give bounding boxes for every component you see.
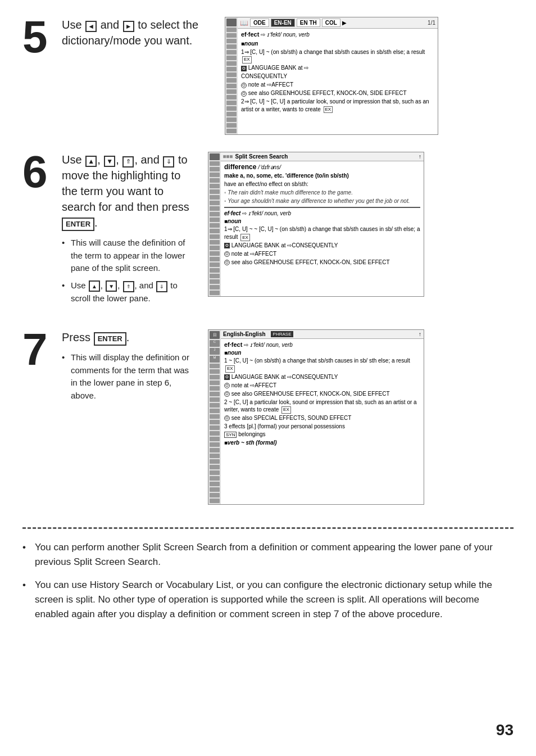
- split-pron: /ˈdɪfrəns/: [258, 164, 281, 170]
- screen3-def2: 2 ~ [C, U] a particular look, sound or i…: [224, 399, 420, 414]
- screen3-note: O note at ⇨AFFECT: [224, 382, 420, 390]
- lang-bank-icon: O: [241, 66, 247, 71]
- tab-col[interactable]: COL: [322, 19, 340, 27]
- play-icon[interactable]: ▶: [342, 20, 347, 26]
- split-word-line: difference /ˈdɪfrəns/: [224, 162, 420, 172]
- bottom-note-1: You can perform another Split Screen Sea…: [22, 540, 514, 570]
- step6-bullets: This will cause the definition of the te…: [62, 237, 197, 305]
- step6-text: Use ▲, ▼, ⇑, and ⇓ to move the highlight…: [62, 152, 197, 231]
- screen3-badge: PHRASE: [271, 331, 294, 337]
- split-ex2: ◦ Your age shouldn't make any difference…: [224, 197, 420, 205]
- screen1-noun-label: ■noun: [241, 40, 434, 48]
- split-see-also-icon: O: [224, 260, 230, 265]
- bottom-notes-list: You can perform another Split Screen Sea…: [22, 540, 514, 622]
- step7-right: 目 C J M: [208, 329, 424, 505]
- split-left-panel: [208, 152, 221, 296]
- screen3-note-icon: O: [224, 383, 230, 388]
- screen3-title: English-English: [223, 331, 266, 337]
- step6-section: 6 Use ▲, ▼, ⇑, and ⇓ to move the highlig…: [22, 152, 514, 313]
- screen3-frame: 目 C J M: [208, 329, 424, 505]
- screen3-main: English-English PHRASE ↑ ef·fect ⇨ ɪˈfek…: [221, 330, 424, 504]
- screen3-pron: ɪˈfekt/: [250, 342, 265, 348]
- see-also-icon: O: [241, 91, 247, 97]
- note-text: note at ⇨AFFECT: [248, 82, 293, 88]
- step7-section: 7 Press ENTER. This will display the def…: [22, 329, 514, 505]
- split-pane-divider: [224, 207, 420, 208]
- split-ex1: ◦ The rain didn't make much difference t…: [224, 189, 420, 197]
- screen3-lang-bank-icon: O: [224, 374, 230, 380]
- screen3-see1-icon: O: [224, 391, 230, 397]
- step6-bullet-2: Use ▲, ▼, ⇑, and ⇓ to scroll the lower p…: [62, 279, 197, 305]
- split-entry2-pos: noun, verb: [265, 210, 291, 216]
- split-entry2-head: ef·fect: [224, 210, 240, 216]
- split-lang-bank: O LANGUAGE BANK at ⇨CONSEQUENTLY: [224, 242, 420, 250]
- split-def2-ex[interactable]: EX: [240, 234, 250, 241]
- page-down-key-2[interactable]: ⇓: [156, 281, 167, 292]
- screen3-headword: ef·fect: [224, 341, 242, 348]
- def2-num: 2⇒ [C, U]: [241, 98, 266, 105]
- split-note-icon: O: [224, 251, 230, 257]
- step7-content: Press ENTER. This will display the defin…: [62, 329, 197, 406]
- screen1-entry: ef·fect ⇨ ɪˈfekt/ noun, verb: [241, 30, 434, 39]
- screen1-body: ef·fect ⇨ ɪˈfekt/ noun, verb ■noun 1⇒ [C…: [238, 29, 438, 115]
- screen3-verb-line: ■verb ~ sth (formal): [224, 439, 420, 447]
- split-arrow-icon: ↑: [419, 153, 421, 160]
- split-word: difference: [224, 163, 256, 171]
- screen3-left-panel: 目 C J M: [208, 330, 221, 504]
- screen3-see2: O see also SPECIAL EFFECTS, SOUND EFFECT: [224, 414, 420, 422]
- split-entry2-line: ef·fect ⇨ ɪˈfekt/ noun, verb: [224, 210, 420, 218]
- split-entry2-pron: ɪˈfekt/: [248, 210, 263, 216]
- page-down-key[interactable]: ⇓: [163, 156, 174, 168]
- screen1-see-also: O see also GREENHOUSE EFFECT, KNOCK-ON, …: [241, 89, 434, 97]
- tab-en-th[interactable]: EN TH: [297, 19, 320, 27]
- enter-key[interactable]: ENTER: [62, 218, 94, 231]
- screen3-entry-line: ef·fect ⇨ ɪˈfekt/ noun, verb: [224, 341, 420, 349]
- split-screen-main: ≡≡≡ Split Screen Search ↑ difference /ˈd…: [221, 152, 424, 296]
- step5-left: 5 Use ◄ and ► to select the dictionary/m…: [22, 17, 214, 60]
- screen1-pron: ɪˈfekt/: [267, 31, 281, 38]
- split-header: ≡≡≡ Split Screen Search ↑: [221, 152, 424, 161]
- step7-enter-key[interactable]: ENTER: [94, 332, 126, 346]
- screen3-noun-label: ■noun: [224, 349, 420, 357]
- right-arrow-key[interactable]: ►: [123, 21, 134, 32]
- bottom-note-2: You can use History Search or Vocabulary…: [22, 578, 514, 622]
- page-up-key-2[interactable]: ⇑: [123, 281, 134, 292]
- screen1-def2: 2⇒ [C, U] ~ [C, U] a particular look, so…: [241, 98, 434, 113]
- step7-left: 7 Press ENTER. This will display the def…: [22, 329, 197, 409]
- screen1-note: O note at ⇨AFFECT: [241, 81, 434, 89]
- page-up-key[interactable]: ⇑: [122, 156, 134, 168]
- def1-text: ~ (on sb/sth) a change that sb/sth cause…: [266, 49, 425, 55]
- page-number: 93: [496, 721, 514, 739]
- screen3-see1: O see also GREENHOUSE EFFECT, KNOCK-ON, …: [224, 390, 420, 398]
- def1-ex-btn[interactable]: EX: [242, 56, 252, 64]
- screen1-main: 📖 ODE EN-EN EN TH COL ▶ 1/1 ef·fect ⇨ ɪˈ…: [238, 17, 438, 134]
- split-def1: make a, no, some, etc. 'difference (to/i…: [224, 172, 420, 180]
- split-see-also2: O see also GREENHOUSE EFFECT, KNOCK-ON, …: [224, 259, 420, 266]
- left-arrow-key[interactable]: ◄: [85, 21, 97, 32]
- step7-bullet-1: This will display the definition or comm…: [62, 351, 197, 402]
- screen3-def1-ex[interactable]: EX: [225, 365, 235, 373]
- screen1-header: 📖 ODE EN-EN EN TH COL ▶ 1/1: [238, 17, 438, 29]
- section-divider: [22, 527, 514, 529]
- up-arrow-key[interactable]: ▲: [85, 156, 97, 167]
- screen3-syn: SYN belongings: [224, 431, 420, 438]
- up-arrow-key-2[interactable]: ▲: [89, 280, 100, 292]
- screen3-see2-icon: O: [224, 415, 230, 421]
- step5-content: Use ◄ and ► to select the dictionary/mod…: [62, 17, 214, 48]
- screen3-lang-bank: O LANGUAGE BANK at ⇨CONSEQUENTLY: [224, 373, 420, 381]
- tab-en-en[interactable]: EN-EN: [271, 19, 295, 27]
- split-def2: have an effect/no effect on sb/sth:: [224, 180, 420, 188]
- step7-bullets: This will display the definition or comm…: [62, 351, 197, 402]
- screen1-headword: ef·fect: [241, 31, 259, 38]
- screen3-def2-ex[interactable]: EX: [281, 406, 291, 414]
- def2-ex-btn[interactable]: EX: [324, 106, 333, 114]
- down-arrow-key[interactable]: ▼: [104, 156, 115, 167]
- split-screen: ≡≡≡ Split Screen Search ↑ difference /ˈd…: [208, 152, 424, 297]
- step7-number: 7: [22, 329, 62, 370]
- split-header-icon: ≡≡≡: [223, 153, 233, 160]
- tab-ode[interactable]: ODE: [250, 19, 269, 27]
- screen3-pos: noun, verb: [266, 342, 293, 348]
- down-arrow-key-2[interactable]: ▼: [106, 280, 117, 292]
- def1-num: 1⇒ [C, U]: [241, 49, 266, 55]
- screen1-def1: 1⇒ [C, U] ~ (on sb/sth) a change that sb…: [241, 48, 434, 64]
